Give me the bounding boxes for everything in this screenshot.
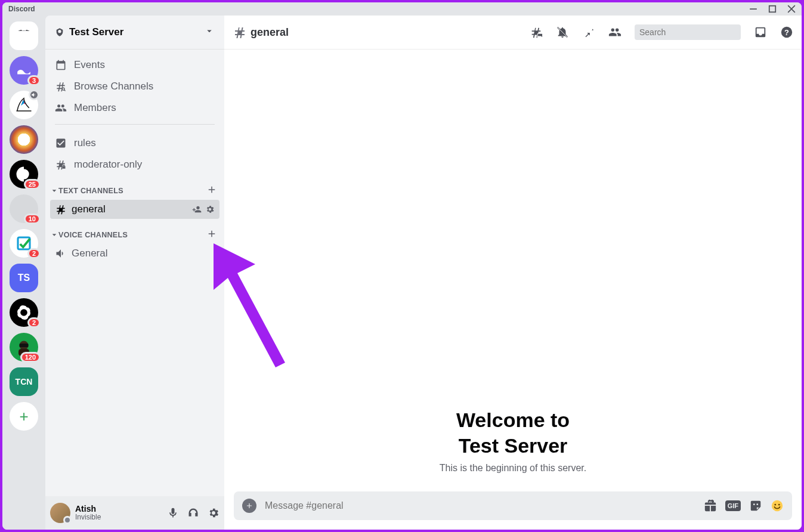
server-name: Test Server	[69, 26, 123, 38]
server-item-6[interactable]: 2	[10, 229, 38, 258]
unread-badge: 2	[27, 248, 41, 259]
svg-rect-4	[20, 344, 29, 347]
server-item-5[interactable]: 10	[10, 194, 38, 223]
nav-members-label: Members	[74, 102, 116, 114]
unread-badge: 25	[24, 179, 41, 190]
hash-icon	[233, 25, 247, 39]
sticker-icon[interactable]	[749, 499, 762, 512]
maximize-icon[interactable]	[768, 5, 777, 13]
main-content: general ?	[224, 16, 802, 530]
channel-general-label: general	[72, 203, 106, 215]
user-info[interactable]: Atish Invisible	[75, 505, 162, 522]
unread-badge: 2	[27, 317, 41, 328]
message-input[interactable]	[265, 500, 695, 511]
channel-moderator-only[interactable]: moderator-only	[50, 154, 219, 175]
server-item-tcn[interactable]: TCN	[10, 367, 38, 396]
annotation-arrow-icon	[214, 243, 297, 369]
browse-icon	[55, 81, 67, 92]
channel-rules[interactable]: rules	[50, 133, 219, 153]
welcome-line2: Test Server	[459, 434, 568, 457]
settings-gear-icon[interactable]	[208, 507, 219, 519]
inbox-icon[interactable]	[754, 26, 767, 39]
channel-general[interactable]: general	[50, 200, 219, 219]
minimize-icon[interactable]	[749, 5, 757, 13]
unread-badge: 10	[24, 214, 41, 224]
attach-button[interactable]	[242, 499, 256, 513]
server-item-ts[interactable]: TS	[10, 264, 38, 292]
pinned-icon[interactable]	[582, 26, 595, 39]
chevron-down-icon	[51, 188, 57, 194]
category-voice-label: VOICE CHANNELS	[58, 231, 128, 239]
speaker-icon	[55, 248, 67, 259]
server-item-2[interactable]	[10, 91, 38, 119]
voice-channel-general[interactable]: General	[50, 244, 219, 263]
svg-point-15	[774, 504, 776, 506]
hash-icon	[55, 203, 67, 215]
titlebar: Discord	[2, 2, 802, 16]
welcome-subtitle: This is the beginning of this server.	[440, 463, 586, 474]
member-list-icon[interactable]	[608, 26, 621, 39]
add-server-button[interactable]: +	[10, 402, 38, 431]
invite-icon[interactable]	[192, 205, 202, 214]
plus-icon	[245, 502, 253, 510]
server-item-8[interactable]: 2	[10, 298, 38, 327]
gift-icon[interactable]	[704, 499, 717, 512]
add-voice-channel-button[interactable]	[206, 228, 217, 241]
category-text-channels[interactable]: TEXT CHANNELS	[50, 182, 219, 199]
svg-marker-13	[214, 243, 285, 367]
user-avatar[interactable]	[50, 503, 70, 523]
server-tcn-label: TCN	[16, 377, 33, 386]
nav-members[interactable]: Members	[50, 98, 219, 118]
server-ts-label: TS	[18, 273, 30, 283]
deafen-icon[interactable]	[187, 507, 199, 519]
svg-text:?: ?	[784, 28, 789, 37]
add-text-channel-button[interactable]	[206, 184, 217, 197]
svg-point-14	[772, 500, 783, 511]
nav-events-label: Events	[74, 59, 105, 71]
voice-channel-general-label: General	[72, 248, 107, 259]
nav-browse-channels[interactable]: Browse Channels	[50, 76, 219, 97]
close-icon[interactable]	[787, 5, 796, 13]
server-item-3[interactable]	[10, 125, 38, 154]
rules-icon	[55, 137, 67, 149]
notifications-icon[interactable]	[556, 26, 569, 39]
server-boost-icon	[55, 27, 64, 37]
channel-rules-label: rules	[74, 137, 96, 149]
hash-lock-icon	[55, 159, 67, 171]
guild-rail: 3 25 10 2 TS 2	[2, 16, 45, 530]
search-box[interactable]	[635, 24, 741, 40]
calendar-icon	[55, 59, 67, 71]
emoji-icon[interactable]	[771, 499, 784, 512]
svg-point-16	[778, 504, 780, 506]
server-header[interactable]: Test Server	[45, 16, 224, 49]
user-name: Atish	[75, 505, 162, 514]
mute-icon[interactable]	[167, 507, 179, 519]
category-voice-channels[interactable]: VOICE CHANNELS	[50, 226, 219, 243]
message-composer[interactable]: GIF	[234, 491, 792, 520]
app-title: Discord	[8, 5, 35, 13]
divider	[55, 124, 215, 125]
status-indicator-invisible	[63, 516, 72, 524]
unread-badge: 3	[27, 75, 41, 86]
category-text-label: TEXT CHANNELS	[58, 187, 123, 195]
chevron-down-icon	[204, 26, 215, 39]
server-item-1[interactable]: 3	[10, 56, 38, 85]
home-button[interactable]	[10, 21, 38, 50]
svg-rect-0	[769, 6, 776, 13]
nav-events[interactable]: Events	[50, 55, 219, 75]
server-item-9[interactable]: 120	[10, 333, 38, 361]
threads-icon[interactable]	[530, 26, 543, 39]
server-item-4[interactable]: 25	[10, 160, 38, 188]
gif-button[interactable]: GIF	[725, 500, 741, 511]
help-icon[interactable]: ?	[780, 26, 793, 39]
welcome-block: Welcome to Test Server This is the begin…	[440, 407, 586, 474]
unread-badge: 120	[20, 352, 41, 363]
app-window: Discord 3 25	[2, 2, 802, 530]
search-input[interactable]	[639, 27, 744, 37]
user-status: Invisible	[75, 514, 162, 521]
channel-mod-label: moderator-only	[74, 159, 142, 171]
user-panel: Atish Invisible	[45, 496, 224, 530]
gear-icon[interactable]	[205, 205, 215, 214]
chat-body: Welcome to Test Server This is the begin…	[224, 49, 802, 530]
welcome-line1: Welcome to	[456, 409, 570, 431]
